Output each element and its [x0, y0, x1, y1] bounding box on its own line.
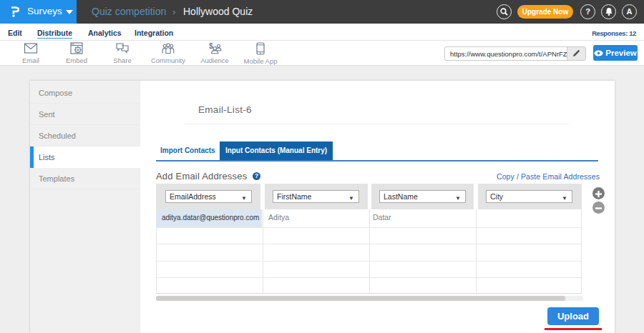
svg-text:$: $ [209, 42, 213, 50]
